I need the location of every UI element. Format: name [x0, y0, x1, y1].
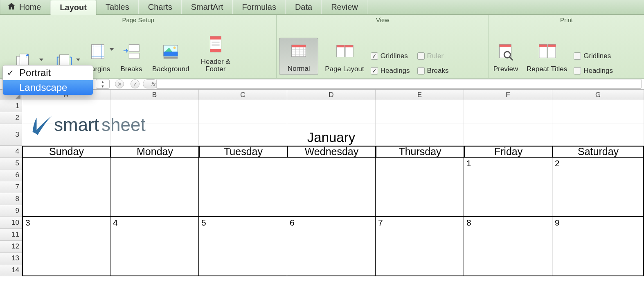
cell[interactable]: [376, 124, 464, 146]
row-header[interactable]: 14: [0, 264, 22, 276]
tab-home[interactable]: Home: [0, 0, 50, 14]
cell[interactable]: [464, 100, 552, 112]
orientation-portrait-item[interactable]: ✓ Portrait: [3, 65, 93, 80]
calendar-cell[interactable]: [464, 181, 552, 193]
calendar-cell[interactable]: [464, 241, 552, 253]
calendar-cell[interactable]: [110, 158, 199, 169]
calendar-cell[interactable]: [552, 241, 644, 253]
gridlines-checkbox[interactable]: ✓Gridlines: [371, 52, 410, 60]
calendar-cell[interactable]: [199, 264, 287, 276]
calendar-cell[interactable]: [110, 264, 199, 276]
calendar-cell[interactable]: [552, 205, 644, 217]
calendar-cell[interactable]: [110, 181, 199, 193]
column-header[interactable]: D: [287, 90, 376, 100]
cell[interactable]: [464, 124, 552, 146]
tab-layout[interactable]: Layout: [50, 0, 96, 15]
calendar-cell[interactable]: [110, 253, 199, 264]
row-header[interactable]: 4: [0, 146, 22, 158]
header-footer-button[interactable]: Header & Footer: [196, 31, 235, 75]
calendar-cell[interactable]: [22, 229, 110, 241]
calendar-cell[interactable]: [464, 169, 552, 181]
calendar-cell[interactable]: 1: [464, 158, 552, 169]
calendar-cell[interactable]: [287, 158, 376, 169]
calendar-cell[interactable]: [199, 193, 287, 205]
calendar-cell[interactable]: [110, 193, 199, 205]
calendar-cell[interactable]: [376, 241, 464, 253]
tab-formulas[interactable]: Formulas: [233, 0, 286, 14]
calendar-cell[interactable]: 3: [22, 217, 110, 229]
calendar-cell[interactable]: [552, 264, 644, 276]
calendar-cell[interactable]: 9: [552, 217, 644, 229]
calendar-cell[interactable]: [552, 229, 644, 241]
calendar-cell[interactable]: [22, 253, 110, 264]
calendar-cell[interactable]: [22, 205, 110, 217]
cell[interactable]: [464, 112, 552, 124]
calendar-cell[interactable]: [110, 229, 199, 241]
cell[interactable]: [287, 112, 376, 124]
calendar-cell[interactable]: [552, 253, 644, 264]
row-header[interactable]: 12: [0, 241, 22, 253]
calendar-cell[interactable]: 5: [199, 217, 287, 229]
calendar-cell[interactable]: [287, 205, 376, 217]
column-header[interactable]: F: [464, 90, 552, 100]
day-header[interactable]: Sunday: [22, 146, 110, 158]
day-header[interactable]: Thursday: [376, 146, 464, 158]
calendar-cell[interactable]: 6: [287, 217, 376, 229]
row-header[interactable]: 1: [0, 100, 22, 112]
calendar-cell[interactable]: [287, 181, 376, 193]
row-header[interactable]: 10: [0, 217, 22, 229]
calendar-cell[interactable]: [376, 169, 464, 181]
print-gridlines-checkbox[interactable]: Gridlines: [574, 52, 613, 60]
cell[interactable]: [552, 100, 644, 112]
row-header[interactable]: 7: [0, 181, 22, 193]
calendar-cell[interactable]: 7: [376, 217, 464, 229]
column-header[interactable]: C: [199, 90, 287, 100]
calendar-month-cell[interactable]: January: [287, 124, 376, 146]
row-header[interactable]: 13: [0, 253, 22, 264]
view-breaks-checkbox[interactable]: Breaks: [417, 67, 449, 75]
calendar-cell[interactable]: [110, 205, 199, 217]
normal-view-button[interactable]: Normal: [279, 38, 318, 75]
tab-charts[interactable]: Charts: [139, 0, 182, 14]
fx-button[interactable]: fx: [145, 79, 156, 89]
calendar-cell[interactable]: [199, 205, 287, 217]
row-header[interactable]: 3: [0, 124, 22, 146]
calendar-cell[interactable]: [552, 181, 644, 193]
calendar-cell[interactable]: [199, 241, 287, 253]
background-button[interactable]: Background: [151, 38, 191, 75]
tab-review[interactable]: Review: [322, 0, 367, 14]
calendar-cell[interactable]: [22, 181, 110, 193]
calendar-cell[interactable]: [22, 169, 110, 181]
ruler-checkbox[interactable]: Ruler: [417, 52, 449, 60]
calendar-cell[interactable]: [376, 253, 464, 264]
calendar-cell[interactable]: [464, 193, 552, 205]
calendar-cell[interactable]: [464, 205, 552, 217]
confirm-formula-button[interactable]: ✓: [129, 79, 141, 89]
tab-tables[interactable]: Tables: [96, 0, 139, 14]
tab-data[interactable]: Data: [286, 0, 322, 14]
calendar-cell[interactable]: [287, 253, 376, 264]
formula-input[interactable]: [156, 79, 642, 89]
cancel-formula-button[interactable]: ✕: [114, 79, 125, 89]
breaks-button[interactable]: Breaks: [117, 38, 146, 75]
calendar-cell[interactable]: [287, 169, 376, 181]
calendar-cell[interactable]: [376, 158, 464, 169]
calendar-cell[interactable]: [22, 241, 110, 253]
calendar-cell[interactable]: 8: [464, 217, 552, 229]
column-header[interactable]: B: [110, 90, 199, 100]
calendar-cell[interactable]: [376, 229, 464, 241]
calendar-cell[interactable]: [287, 193, 376, 205]
calendar-cell[interactable]: [287, 229, 376, 241]
calendar-cell[interactable]: 4: [110, 217, 199, 229]
orientation-landscape-item[interactable]: Landscape: [3, 80, 93, 95]
calendar-cell[interactable]: [464, 253, 552, 264]
day-header[interactable]: Wednesday: [287, 146, 376, 158]
preview-button[interactable]: Preview: [491, 38, 520, 75]
calendar-cell[interactable]: [110, 241, 199, 253]
cell[interactable]: [376, 100, 464, 112]
namebox-stepper[interactable]: ▲▼: [96, 79, 110, 89]
calendar-cell[interactable]: 2: [552, 158, 644, 169]
calendar-cell[interactable]: [287, 241, 376, 253]
cell[interactable]: [199, 100, 287, 112]
calendar-cell[interactable]: [199, 169, 287, 181]
